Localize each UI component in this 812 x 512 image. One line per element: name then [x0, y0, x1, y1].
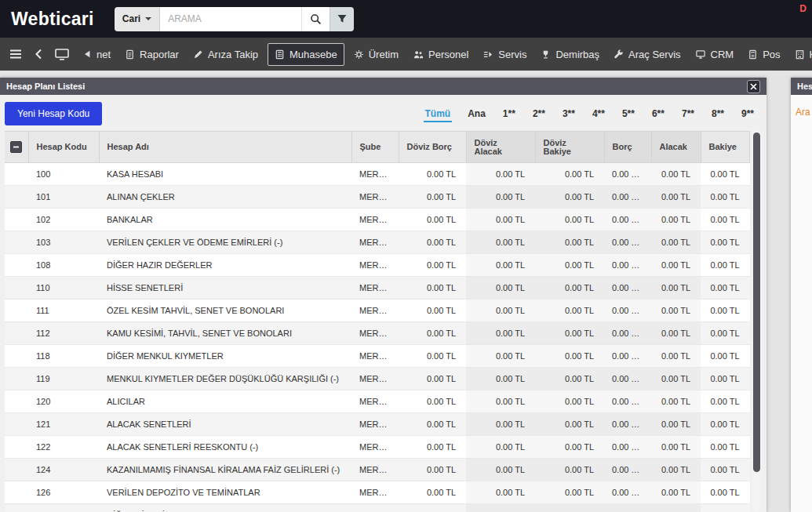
table-row[interactable]: 112KAMU KESİMİ, TAHVİL, SENET VE BONOLAR… [5, 322, 750, 345]
tab-9[interactable]: 9** [740, 106, 756, 122]
vertical-scrollbar[interactable] [752, 131, 762, 512]
search-category-dropdown[interactable]: Cari [115, 7, 160, 31]
nav-item-label: Pos [763, 49, 780, 60]
nav-item-muhasebe[interactable]: Muhasebe [268, 43, 344, 66]
table-row[interactable]: 108DİĞER HAZIR DEĞERLERMERKEZ0.00 TL0.00… [5, 254, 750, 277]
cell-hesap-kodu: 122 [28, 436, 99, 459]
table-row[interactable]: 102BANKALARMERKEZ0.00 TL0.00 TL0.00 TL0.… [5, 209, 750, 231]
cell-sube: MERKEZ [351, 277, 399, 300]
cell-borc: 0.00 TL [604, 277, 651, 300]
table-row[interactable]: 118DİĞER MENKUL KIYMETLERMERKEZ0.00 TL0.… [5, 345, 750, 368]
new-account-code-button[interactable]: Yeni Hesap Kodu [5, 102, 102, 125]
menu-icon [9, 49, 22, 60]
nav-item-label: Üretim [369, 49, 399, 60]
pencil-icon [193, 49, 203, 60]
cell-sube: MERKEZ [351, 390, 399, 413]
search-input[interactable] [160, 7, 301, 31]
nav-item-raporlar[interactable]: Raporlar [118, 38, 186, 71]
cell-bakiye: 0.00 TL [701, 390, 750, 413]
cell-doviz-borc: 0.00 TL [399, 345, 466, 368]
cell-doviz-borc: 0.00 TL [399, 390, 466, 413]
nav-item-ariza-takip[interactable]: Arıza Takip [186, 38, 265, 71]
column-header-doviz-alacak[interactable]: Döviz Alacak [466, 132, 535, 163]
menu-button[interactable] [3, 38, 28, 71]
cell-hesap-adi: BANKALAR [99, 209, 351, 231]
screen-button[interactable] [49, 38, 75, 71]
cell-hesap-adi: DİĞER TİCARİ ALACAKLAR [99, 504, 351, 512]
column-header-doviz-bakiye[interactable]: Döviz Bakiye [535, 132, 604, 163]
cell-doviz-alacak: 0.00 TL [466, 459, 535, 481]
table-row[interactable]: 110HİSSE SENETLERİMERKEZ0.00 TL0.00 TL0.… [5, 277, 750, 300]
cell-doviz-bakiye: 0.00 TL [535, 254, 604, 277]
panel-close-button[interactable] [747, 80, 760, 93]
column-header-bakiye[interactable]: Bakiye [701, 132, 750, 163]
tab-ana[interactable]: Ana [466, 106, 487, 122]
filter-button[interactable] [330, 7, 354, 31]
table-row[interactable]: 119MENKUL KIYMETLER DEĞER DÜŞÜKLÜĞÜ KARŞ… [5, 368, 750, 390]
panel-title: Hesap Planı Listesi [6, 82, 85, 91]
building-icon [795, 49, 805, 60]
nav-item-servis[interactable]: Servis [475, 38, 533, 71]
column-header-sube[interactable]: Şube [351, 132, 399, 163]
cell-bakiye: 0.00 TL [701, 300, 750, 322]
tab-7[interactable]: 7** [680, 106, 696, 122]
table-row[interactable]: 111ÖZEL KESİM TAHVİL, SENET VE BONOLARIM… [5, 300, 750, 322]
column-header-doviz-borc[interactable]: Döviz Borç [399, 132, 466, 163]
nav-item-net[interactable]: net [75, 38, 118, 71]
column-header-borc[interactable]: Borç [604, 132, 651, 163]
table-row[interactable]: 120ALICILARMERKEZ0.00 TL0.00 TL0.00 TL0.… [5, 390, 750, 413]
table-row[interactable]: 126VERİLEN DEPOZİTO VE TEMİNATLARMERKEZ0… [5, 481, 750, 504]
collapse-all-button[interactable] [10, 141, 22, 153]
cell-sube: MERKEZ [351, 209, 399, 231]
nav-item-crm[interactable]: CRM [688, 38, 741, 71]
nav-item-arac-servis[interactable]: Araç Servis [606, 38, 687, 71]
cell-sube: MERKEZ [351, 459, 399, 481]
tab-bar: TümüAna1**2**3**4**5**6**7**8**9** [424, 106, 762, 122]
nav-item-pos[interactable]: Pos [741, 38, 787, 71]
cell-bakiye: 0.00 TL [701, 413, 750, 436]
table-row[interactable]: 127DİĞER TİCARİ ALACAKLARMERKEZ0.00 TL0.… [5, 504, 750, 512]
column-header-hesap-adi[interactable]: Hesap Adı [99, 132, 351, 163]
column-header-alacak[interactable]: Alacak [651, 132, 701, 163]
toolbar: Yeni Hesap Kodu TümüAna1**2**3**4**5**6*… [5, 100, 762, 128]
tab-1[interactable]: 1** [501, 106, 517, 122]
cell-borc: 0.00 TL [604, 186, 651, 209]
cell-doviz-bakiye: 0.00 TL [535, 504, 604, 512]
hesap-plani-panel: Hesap Planı Listesi Yeni Hesap Kodu Tümü… [0, 78, 766, 512]
cell-bakiye: 0.00 TL [701, 163, 750, 186]
tab-5[interactable]: 5** [621, 106, 636, 122]
row-expander-cell [5, 277, 28, 300]
cell-hesap-kodu: 108 [28, 254, 99, 277]
table-row[interactable]: 103VERİLEN ÇEKLER VE ÖDEME EMİRLERİ (-)M… [5, 231, 750, 254]
tab-3[interactable]: 3** [561, 106, 577, 122]
cell-hesap-adi: VERİLEN DEPOZİTO VE TEMİNATLAR [99, 481, 351, 504]
cell-sube: MERKEZ [351, 163, 399, 186]
corner-text: D [799, 3, 807, 14]
tab-6[interactable]: 6** [650, 106, 666, 122]
tab-8[interactable]: 8** [710, 106, 726, 122]
table-row[interactable]: 124KAZANILMAMIŞ FİNANSAL KİRALAMA FAİZ G… [5, 459, 750, 481]
cell-borc: 0.00 TL [604, 459, 651, 481]
nav-item-personel[interactable]: Personel [406, 38, 475, 71]
tab-tumu[interactable]: Tümü [424, 106, 453, 122]
cell-alacak: 0.00 TL [651, 231, 701, 254]
nav-item-hotel[interactable]: Hotel [788, 38, 812, 71]
tab-2[interactable]: 2** [531, 106, 547, 122]
cell-sube: MERKEZ [351, 504, 399, 512]
table-row[interactable]: 121ALACAK SENETLERİMERKEZ0.00 TL0.00 TL0… [5, 413, 750, 436]
column-header-hesap-kodu[interactable]: Hesap Kodu [28, 132, 99, 163]
tab-4[interactable]: 4** [591, 106, 606, 122]
nav-item-uretim[interactable]: Üretim [347, 38, 406, 71]
table-row[interactable]: 101ALINAN ÇEKLERMERKEZ0.00 TL0.00 TL0.00… [5, 186, 750, 209]
right-panel-link[interactable]: Ara [796, 107, 810, 118]
cell-hesap-adi: DİĞER MENKUL KIYMETLER [99, 345, 351, 368]
cell-sube: MERKEZ [351, 368, 399, 390]
search-button[interactable] [301, 7, 330, 31]
cell-doviz-alacak: 0.00 TL [466, 322, 535, 345]
back-button[interactable] [28, 38, 49, 71]
table-row[interactable]: 100KASA HESABIMERKEZ0.00 TL0.00 TL0.00 T… [5, 163, 750, 186]
report-icon [125, 49, 135, 60]
table-row[interactable]: 122ALACAK SENETLERİ REESKONTU (-)MERKEZ0… [5, 436, 750, 459]
nav-item-demirbas[interactable]: Demirbaş [533, 38, 606, 71]
scrollbar-thumb[interactable] [753, 133, 760, 472]
